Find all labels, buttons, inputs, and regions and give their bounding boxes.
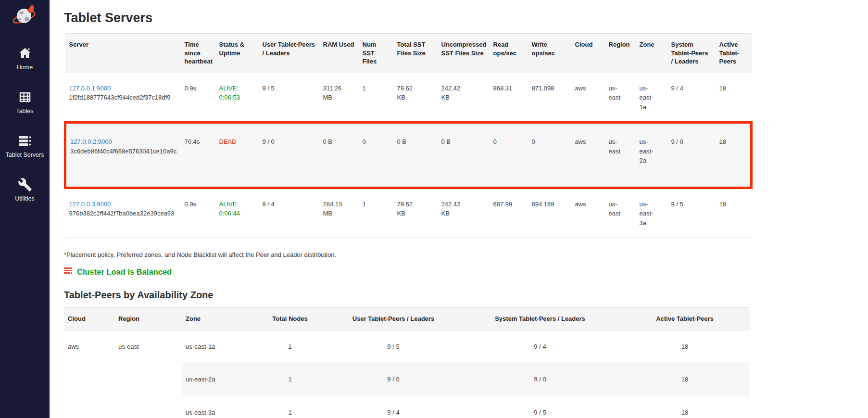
num-sst-files-cell: 1 — [359, 188, 393, 238]
az-section-title: Tablet-Peers by Availability Zone — [64, 290, 854, 301]
total-nodes-cell: 1 — [254, 363, 326, 396]
heartbeat-cell: 70.4s — [181, 123, 215, 188]
write-ops-cell: 0 — [528, 123, 571, 188]
num-sst-files-cell: 0 — [359, 123, 393, 188]
col-zone: Zone — [636, 34, 667, 73]
status-text: DEAD — [219, 137, 255, 147]
active-tablet-peers-cell: 18 — [716, 73, 752, 123]
system-tablet-peers-cell: 9 / 0 — [667, 123, 716, 188]
sidebar-item-label: Utilities — [15, 195, 34, 202]
cluster-load-status: Cluster Load is Balanced — [64, 267, 854, 277]
col-region: Region — [114, 308, 182, 330]
cloud-cell: aws — [64, 330, 114, 418]
zone-cell: us-east-1a — [182, 330, 254, 363]
zone-cell: us-east-2a — [636, 123, 667, 188]
system-tablet-peers-cell: 9 / 4 — [461, 330, 619, 363]
cluster-load-label: Cluster Load is Balanced — [77, 267, 172, 277]
table-row: 127.0.0.1:9000 1f2fd188777643cf944ced2f3… — [65, 73, 752, 123]
system-tablet-peers-cell: 9 / 5 — [461, 396, 619, 418]
region-cell: us-east — [605, 123, 636, 188]
col-cloud: Cloud — [571, 34, 605, 73]
status-text: ALIVE: — [219, 200, 255, 209]
yugabyte-logo[interactable] — [11, 3, 39, 30]
server-link[interactable]: 127.0.0.3:9000 — [69, 201, 111, 208]
ram-used-cell: 311.26 MB — [319, 73, 359, 123]
zone-cell: us-east-2a — [182, 363, 254, 396]
status-cell: DEAD — [215, 123, 259, 188]
system-tablet-peers-cell: 9 / 5 — [667, 188, 716, 238]
region-cell: us-east — [114, 330, 182, 418]
num-sst-files-cell: 1 — [359, 73, 393, 123]
sidebar-nav: Home Tables Tablet Servers — [0, 46, 50, 202]
server-link[interactable]: 127.0.0.2:9000 — [70, 138, 112, 145]
user-tablet-peers-cell: 9 / 0 — [259, 123, 319, 188]
page-title: Tablet Servers — [64, 11, 854, 25]
write-ops-cell: 694.169 — [528, 188, 571, 238]
uptime-text: 0:06:53 — [219, 93, 255, 102]
active-tablet-peers-cell: 18 — [619, 363, 750, 396]
col-ram-used: RAM Used — [319, 34, 359, 73]
total-sst-size-cell: 79.62 KB — [393, 188, 438, 238]
col-uncompressed-sst-size: Uncompressed SST Files Size — [438, 34, 490, 73]
main-content: Tablet Servers Server Time since heartbe… — [50, 0, 868, 418]
read-ops-cell: 868.31 — [490, 73, 528, 123]
read-ops-cell: 0 — [490, 123, 528, 188]
region-cell: us-east — [605, 188, 636, 238]
table-row: 127.0.0.3:9000 976b382c2ff442f7ba0bea32e… — [65, 188, 752, 238]
sidebar-item-label: Home — [17, 64, 33, 71]
server-cell: 127.0.0.1:9000 1f2fd188777643cf944ced2f3… — [65, 73, 181, 123]
tablet-peers-by-az-table: Cloud Region Zone Total Nodes User Table… — [64, 307, 750, 418]
sidebar-item-tables[interactable]: Tables — [0, 90, 50, 114]
col-write-ops: Write ops/sec — [528, 34, 571, 73]
utilities-icon — [18, 177, 32, 192]
col-user-tablet-peers: User Tablet-Peers / Leaders — [326, 308, 461, 330]
server-uuid: 976b382c2ff442f7ba0bea32e39cea93 — [69, 209, 177, 218]
write-ops-cell: 871.098 — [528, 73, 571, 123]
placement-policy-footnote: *Placement policy, Preferred zones, and … — [64, 251, 854, 258]
total-sst-size-cell: 79.62 KB — [393, 73, 438, 123]
server-link[interactable]: 127.0.0.1:9000 — [69, 85, 111, 92]
active-tablet-peers-cell: 18 — [619, 330, 750, 363]
status-cell: ALIVE: 0:06:44 — [215, 188, 259, 238]
status-cell: ALIVE: 0:06:53 — [215, 73, 259, 123]
ram-used-cell: 0 B — [319, 123, 359, 188]
col-region: Region — [605, 34, 636, 73]
table-header-row: Server Time since heartbeat Status & Upt… — [65, 34, 752, 73]
uptime-text: 0:06:44 — [219, 209, 255, 218]
user-tablet-peers-cell: 9 / 0 — [326, 363, 461, 396]
tablet-servers-icon — [18, 134, 32, 148]
cloud-cell: aws — [571, 188, 605, 238]
uncompressed-sst-size-cell: 0 B — [438, 123, 490, 188]
zone-cell: us-east-3a — [182, 396, 254, 418]
total-nodes-cell: 1 — [254, 330, 326, 363]
sidebar-item-home[interactable]: Home — [0, 46, 50, 71]
tables-icon — [18, 90, 32, 104]
user-tablet-peers-cell: 9 / 5 — [326, 330, 461, 363]
system-tablet-peers-cell: 9 / 4 — [667, 73, 716, 123]
col-system-tablet-peers: System Tablet-Peers / Leaders — [461, 308, 619, 330]
col-heartbeat: Time since heartbeat — [181, 34, 215, 73]
total-nodes-cell: 1 — [254, 396, 326, 418]
server-uuid: 3c6deb86f40c4f668e5763041ce10a9c — [70, 147, 177, 156]
col-cloud: Cloud — [64, 308, 114, 330]
sidebar-item-label: Tablet Servers — [6, 152, 44, 158]
sidebar-item-utilities[interactable]: Utilities — [0, 177, 50, 202]
region-cell: us-east — [605, 73, 636, 123]
col-system-tablet-peers: System Tablet-Peers / Leaders — [667, 34, 716, 73]
heartbeat-cell: 0.9s — [181, 73, 215, 123]
sidebar: Home Tables Tablet Servers — [0, 0, 50, 418]
active-tablet-peers-cell: 18 — [716, 123, 752, 188]
server-uuid: 1f2fd188777643cf944ced2f37c18df9 — [69, 93, 177, 102]
col-total-nodes: Total Nodes — [254, 308, 326, 330]
cloud-cell: aws — [571, 123, 605, 188]
table-row: aws us-east us-east-1a 1 9 / 5 9 / 4 18 — [64, 330, 750, 363]
active-tablet-peers-cell: 18 — [619, 396, 750, 418]
col-active-tablet-peers: Active Tablet-Peers — [716, 34, 752, 73]
zone-cell: us-east-3a — [636, 188, 667, 238]
system-tablet-peers-cell: 9 / 0 — [461, 363, 619, 396]
col-zone: Zone — [182, 308, 254, 330]
sidebar-item-tablet-servers[interactable]: Tablet Servers — [0, 134, 50, 158]
col-user-tablet-peers: User Tablet-Peers / Leaders — [259, 34, 319, 73]
col-active-tablet-peers: Active Tablet-Peers — [619, 308, 750, 330]
col-status: Status & Uptime — [215, 34, 259, 73]
